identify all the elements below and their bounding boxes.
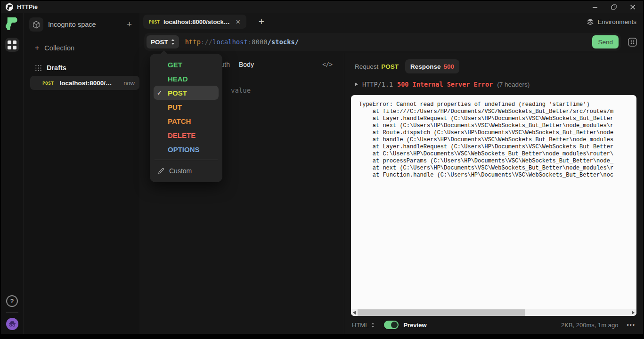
scroll-right-icon[interactable] — [632, 311, 635, 315]
response-panel: Request POST Response 500 HTTP/1.1 500 I… — [344, 53, 643, 334]
menu-divider — [155, 160, 218, 160]
trace-line: at next (C:\Users\HP\Documents\VSC\WebSo… — [359, 165, 636, 172]
method-select[interactable]: POST — [147, 35, 179, 48]
scroll-left-icon[interactable] — [353, 311, 356, 315]
request-method-badge: POST — [381, 63, 399, 70]
body-value-field[interactable]: value — [231, 87, 251, 94]
incognito-avatar[interactable] — [6, 318, 18, 330]
response-meta: 2KB, 200ms, 1m ago — [561, 322, 618, 329]
httpie-brand-icon — [6, 16, 18, 30]
help-icon[interactable]: ? — [6, 295, 18, 307]
environments-label: Environments — [597, 18, 636, 25]
horizontal-scrollbar[interactable] — [351, 309, 636, 316]
toggle-knob — [391, 322, 398, 328]
tab-close-icon[interactable]: ✕ — [236, 18, 241, 25]
environments-button[interactable]: Environments — [587, 18, 636, 25]
rail-divider — [6, 312, 18, 313]
space-selector[interactable]: Incognito space + — [29, 17, 135, 32]
url-input[interactable]: POST http://localhost:8000/stocks/ Send — [144, 33, 621, 51]
menu-item-custom[interactable]: Custom — [154, 163, 219, 178]
response-status-badge: 500 — [444, 63, 455, 70]
expand-headers-icon[interactable] — [355, 82, 358, 86]
minimize-button[interactable] — [592, 4, 598, 10]
more-options-icon[interactable]: ••• — [627, 322, 636, 328]
scrollbar-thumb[interactable] — [358, 309, 525, 316]
sort-arrows-icon — [371, 323, 375, 328]
tab-response[interactable]: Response 500 — [405, 59, 459, 73]
menu-item-patch[interactable]: PATCH — [154, 114, 219, 128]
httpie-window: HTTPie ? — [0, 0, 644, 339]
menu-item-delete[interactable]: DELETE — [154, 128, 219, 142]
menu-item-put[interactable]: PUT — [154, 100, 219, 114]
layers-icon — [587, 18, 594, 25]
preview-label: Preview — [403, 322, 426, 329]
check-icon: ✓ — [157, 89, 162, 97]
trace-line: TypeError: Cannot read properties of und… — [359, 101, 636, 108]
response-status-line[interactable]: HTTP/1.1 500 Internal Server Error (7 he… — [351, 73, 636, 95]
status-text: 500 Internal Server Error — [397, 81, 493, 88]
protocol: HTTP/1.1 — [362, 81, 393, 88]
save-request-button[interactable] — [628, 37, 637, 47]
space-name: Incognito space — [48, 21, 96, 28]
response-panel-tabs: Request POST Response 500 — [351, 59, 636, 73]
drafts-grid-icon — [35, 65, 42, 72]
format-select[interactable]: HTML — [352, 322, 375, 329]
new-tab-button[interactable]: + — [259, 16, 264, 27]
space-box-icon — [29, 17, 43, 32]
code-view-icon[interactable]: </> — [322, 61, 333, 68]
trace-line: at Route.dispatch (C:\Users\HP\Documents… — [359, 129, 636, 137]
draft-timestamp: now — [123, 80, 135, 87]
trace-line: at Layer.handleRequest (C:\Users\HP\Docu… — [359, 144, 636, 151]
menu-item-get[interactable]: GET — [154, 57, 219, 72]
menu-item-options[interactable]: OPTIONS — [154, 142, 219, 156]
request-tab[interactable]: POST localhost:8000/stock… ✕ — [143, 15, 246, 29]
tab-bar: POST localhost:8000/stock… ✕ + Environme… — [139, 13, 643, 31]
draft-title: localhost:8000/… — [59, 80, 112, 87]
pencil-icon — [158, 168, 164, 174]
menu-item-post[interactable]: ✓POST — [154, 86, 219, 100]
tab-method-badge: POST — [149, 19, 160, 24]
headers-count: (7 headers) — [497, 81, 530, 88]
add-collection-button[interactable]: + Collection — [24, 44, 139, 52]
trace-line: at processParams (C:\Users\HP\Documents\… — [359, 158, 636, 165]
response-footer: HTML Preview 2KB, 200ms, 1m ago ••• — [351, 316, 636, 334]
spaces-grid-button[interactable] — [5, 38, 19, 52]
trace-line: at next (C:\Users\HP\Documents\VSC\WebSo… — [359, 122, 636, 129]
trace-line: at C:\Users\HP\Documents\VSC\WebSockets_… — [359, 151, 636, 158]
send-button[interactable]: Send — [592, 35, 619, 48]
window-title: HTTPie — [17, 4, 38, 10]
method-dropdown-menu: GET HEAD ✓POST PUT PATCH DELETE OPTIONS … — [150, 54, 222, 182]
close-button[interactable] — [630, 4, 636, 10]
tab-body[interactable]: Body — [239, 61, 254, 68]
tab-request[interactable]: Request POST — [351, 63, 402, 70]
left-rail: ? — [1, 13, 24, 334]
trace-line: at handle (C:\Users\HP\Documents\VSC\Web… — [359, 137, 636, 144]
trace-line: at Layer.handleRequest (C:\Users\HP\Docu… — [359, 115, 636, 122]
trace-line: at Function.handle (C:\Users\HP\Document… — [359, 172, 636, 179]
sort-arrows-icon — [171, 39, 175, 45]
url-bar: POST http://localhost:8000/stocks/ Send — [139, 31, 643, 53]
tab-title: localhost:8000/stock… — [163, 18, 230, 25]
drafts-section[interactable]: Drafts — [24, 64, 139, 72]
httpie-logo-icon — [6, 3, 13, 11]
add-space-icon[interactable]: + — [127, 19, 135, 30]
response-body[interactable]: TypeError: Cannot read properties of und… — [351, 95, 636, 316]
draft-method-badge: POST — [42, 81, 54, 86]
restore-button[interactable] — [611, 4, 617, 10]
titlebar: HTTPie — [0, 0, 644, 13]
url-text[interactable]: http://localhost:8000/stocks/ — [185, 38, 299, 46]
preview-toggle[interactable] — [384, 321, 399, 329]
trace-line: at file:///C:/Users/HP/Documents/VSC/Web… — [359, 108, 636, 115]
sidebar: Incognito space + + Collection Drafts PO… — [24, 13, 139, 334]
menu-item-head[interactable]: HEAD — [154, 72, 219, 86]
plus-icon: + — [35, 44, 39, 52]
draft-request-item[interactable]: POST localhost:8000/… now — [30, 76, 139, 90]
